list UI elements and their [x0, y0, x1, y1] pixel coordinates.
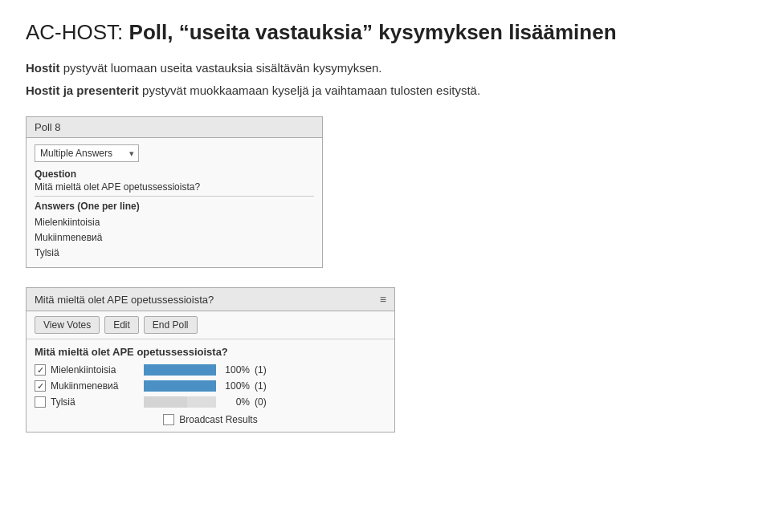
answer-line-2: Mukiinmeneвиä — [35, 230, 314, 246]
desc2-rest: pystyvät muokkaamaan kyseljä ja vaihtama… — [139, 83, 480, 97]
answers-label: Answers (One per line) — [35, 196, 314, 212]
broadcast-row: Broadcast Results — [35, 414, 386, 425]
page-title: AC-HOST: Poll, “useita vastauksia” kysym… — [26, 19, 745, 47]
answer-count-2: (0) — [255, 396, 267, 408]
question-label: Question — [35, 169, 314, 180]
desc2-bold: Hostit ja presenterit — [26, 83, 139, 97]
poll-display-actions: View Votes Edit End Poll — [27, 311, 394, 339]
poll-answer-row: Mielenkiintoisia100%(1) — [35, 364, 386, 376]
answer-bar-fill-1 — [144, 380, 216, 392]
question-value: Mitä mieltä olet APE opetussessioista? — [35, 181, 314, 193]
answer-label-2: Tylsiä — [51, 396, 139, 408]
answer-pct-0: 100% — [221, 364, 250, 376]
poll-display-body: Mitä mieltä olet APE opetussessioista? M… — [27, 339, 394, 432]
description-line-1: Hostit pystyvät luomaan useita vastauksi… — [26, 59, 745, 78]
answer-count-0: (1) — [255, 364, 267, 376]
answer-label-0: Mielenkiintoisia — [51, 364, 139, 376]
poll-answer-row: Mukiinmeneвиä100%(1) — [35, 380, 386, 392]
desc1-bold: Hostit — [26, 61, 60, 75]
poll-creation-panel: Poll 8 Multiple Answers Question Mitä mi… — [26, 116, 323, 269]
broadcast-label: Broadcast Results — [179, 414, 257, 425]
edit-button[interactable]: Edit — [104, 316, 139, 334]
poll-panel-body: Multiple Answers Question Mitä mieltä ol… — [27, 138, 322, 268]
title-main: Poll, “useita vastauksia” kysymyksen lis… — [129, 20, 617, 44]
answer-pct-1: 100% — [221, 380, 250, 392]
desc1-rest: pystyvät luomaan useita vastauksia sisäl… — [60, 61, 382, 75]
poll-answer-row: Tylsiä0%(0) — [35, 396, 386, 408]
poll-display-header-title: Mitä mieltä olet APE opetussessioista? — [35, 294, 214, 306]
answer-bar-container-0 — [144, 364, 216, 376]
answer-bar-container-1 — [144, 380, 216, 392]
poll-type-row: Multiple Answers — [35, 144, 314, 162]
poll-panel-header: Poll 8 — [27, 117, 322, 138]
poll-type-select-wrapper[interactable]: Multiple Answers — [35, 144, 139, 162]
answer-checkbox-1[interactable] — [35, 380, 46, 392]
answers-list: Mielenkiintoisia Mukiinmeneвиä Tylsiä — [35, 215, 314, 262]
answer-line-3: Tylsiä — [35, 246, 314, 261]
poll-answers-list: Mielenkiintoisia100%(1)Mukiinmeneвиä100%… — [35, 364, 386, 408]
answer-line-1: Mielenkiintoisia — [35, 215, 314, 230]
answer-bar-fill-0 — [144, 364, 216, 376]
broadcast-checkbox[interactable] — [163, 414, 174, 425]
answer-pct-2: 0% — [221, 396, 250, 408]
answer-checkbox-0[interactable] — [35, 364, 46, 376]
answer-checkbox-2[interactable] — [35, 396, 46, 408]
answer-bar-fill-2 — [144, 396, 187, 408]
answer-label-1: Mukiinmeneвиä — [51, 380, 139, 392]
poll-type-select[interactable]: Multiple Answers — [35, 144, 139, 162]
answer-bar-container-2 — [144, 396, 216, 408]
menu-icon[interactable]: ≡ — [380, 293, 386, 306]
poll-question-title: Mitä mieltä olet APE opetussessioista? — [35, 346, 386, 358]
answer-count-1: (1) — [255, 380, 267, 392]
description-line-2: Hostit ja presenterit pystyvät muokkaama… — [26, 82, 745, 100]
title-prefix: AC-HOST: — [26, 20, 129, 44]
poll-display-panel: Mitä mieltä olet APE opetussessioista? ≡… — [26, 287, 395, 433]
poll-display-header: Mitä mieltä olet APE opetussessioista? ≡ — [27, 288, 394, 311]
end-poll-button[interactable]: End Poll — [144, 316, 198, 334]
view-votes-button[interactable]: View Votes — [35, 316, 100, 334]
